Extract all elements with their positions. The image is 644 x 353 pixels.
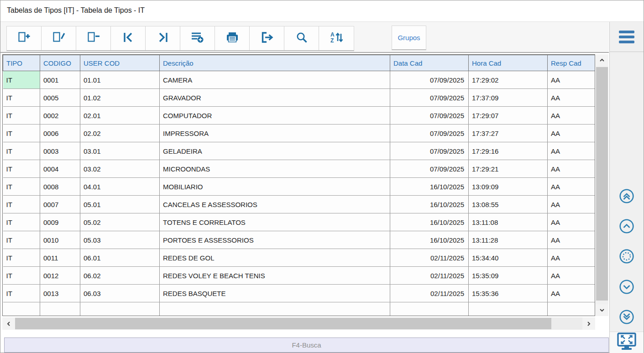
- table-cell[interactable]: CAMERA: [160, 71, 390, 89]
- table-cell[interactable]: 0011: [40, 249, 80, 267]
- table-cell[interactable]: 03.01: [80, 142, 160, 160]
- table-cell[interactable]: AA: [548, 196, 596, 213]
- sort-button[interactable]: AZ: [319, 26, 354, 50]
- table-row[interactable]: IT001005.03PORTOES E ASSESSORIOS16/10/20…: [3, 231, 596, 249]
- grupos-button[interactable]: Grupos: [392, 26, 426, 50]
- table-cell[interactable]: MICROONDAS: [160, 160, 390, 178]
- table-row[interactable]: IT000202.01COMPUTADOR07/09/202517:29:07A…: [3, 107, 596, 125]
- table-cell[interactable]: 04.01: [80, 178, 160, 196]
- table-cell[interactable]: 02/11/2025: [390, 285, 469, 302]
- table-cell[interactable]: IT: [3, 125, 40, 142]
- table-cell[interactable]: 15:34:40: [469, 249, 548, 267]
- table-cell[interactable]: MOBILIARIO: [160, 178, 390, 196]
- table-cell[interactable]: 06.01: [80, 249, 160, 267]
- table-cell[interactable]: REDES DE GOL: [160, 249, 390, 267]
- delete-record-button[interactable]: [76, 26, 111, 50]
- table-cell[interactable]: AA: [548, 71, 596, 89]
- table-cell[interactable]: 0002: [40, 107, 80, 125]
- table-cell[interactable]: IT: [3, 249, 40, 267]
- table-row[interactable]: IT000303.01GELADEIRA07/09/202517:29:16AA: [3, 142, 596, 160]
- table-row[interactable]: IT000804.01MOBILIARIO16/10/202513:09:09A…: [3, 178, 596, 196]
- table-cell[interactable]: 17:37:09: [469, 89, 548, 107]
- table-cell[interactable]: AA: [548, 213, 596, 231]
- add-to-list-button[interactable]: [180, 26, 215, 50]
- table-cell[interactable]: 0008: [40, 178, 80, 196]
- column-header-hora-cad[interactable]: Hora Cad: [469, 55, 548, 71]
- table-cell[interactable]: PORTOES E ASSESSORIOS: [160, 231, 390, 249]
- table-cell[interactable]: 07/09/2025: [390, 125, 469, 142]
- current-position-button[interactable]: [616, 246, 638, 268]
- table-cell[interactable]: 0001: [40, 71, 80, 89]
- table-cell[interactable]: IT: [3, 231, 40, 249]
- table-cell[interactable]: 0005: [40, 89, 80, 107]
- column-header-resp-cad[interactable]: Resp Cad: [548, 55, 596, 71]
- edit-record-button[interactable]: [42, 26, 76, 50]
- scroll-down-button[interactable]: [616, 277, 638, 299]
- table-cell[interactable]: 17:37:27: [469, 125, 548, 142]
- table-cell[interactable]: 0003: [40, 142, 80, 160]
- table-cell[interactable]: CANCELAS E ASSESSORIOS: [160, 196, 390, 213]
- table-cell[interactable]: AA: [548, 107, 596, 125]
- table-cell[interactable]: 06.03: [80, 285, 160, 302]
- table-cell[interactable]: AA: [548, 142, 596, 160]
- table-row[interactable]: IT000905.02TOTENS E CORRELATOS16/10/2025…: [3, 213, 596, 231]
- vertical-scrollbar[interactable]: [596, 54, 608, 316]
- table-cell[interactable]: 07/09/2025: [390, 160, 469, 178]
- table-cell[interactable]: AA: [548, 285, 596, 302]
- table-cell[interactable]: 0004: [40, 160, 80, 178]
- table-cell[interactable]: 07/09/2025: [390, 89, 469, 107]
- column-header-codigo[interactable]: CODIGO: [40, 55, 80, 71]
- search-button[interactable]: [284, 26, 319, 50]
- horizontal-scrollbar[interactable]: [2, 317, 595, 330]
- exit-button[interactable]: [250, 26, 284, 50]
- table-cell[interactable]: IT: [3, 107, 40, 125]
- table-cell[interactable]: 15:35:36: [469, 285, 548, 302]
- table-cell[interactable]: 05.01: [80, 196, 160, 213]
- horizontal-scrollbar-thumb[interactable]: [15, 318, 551, 329]
- scrollbar-up-arrow[interactable]: [596, 54, 608, 66]
- table-cell[interactable]: 0013: [40, 285, 80, 302]
- table-cell[interactable]: 02/11/2025: [390, 249, 469, 267]
- table-cell[interactable]: AA: [548, 267, 596, 285]
- table-cell[interactable]: AA: [548, 125, 596, 142]
- table-cell[interactable]: 17:29:07: [469, 107, 548, 125]
- table-cell[interactable]: COMPUTADOR: [160, 107, 390, 125]
- table-cell[interactable]: 13:11:08: [469, 213, 548, 231]
- table-cell[interactable]: 02.02: [80, 125, 160, 142]
- table-cell[interactable]: 01.02: [80, 89, 160, 107]
- table-cell[interactable]: IT: [3, 178, 40, 196]
- last-record-button[interactable]: [146, 26, 180, 50]
- table-cell[interactable]: IT: [3, 196, 40, 213]
- scrollbar-left-arrow[interactable]: [2, 317, 15, 330]
- scroll-bottom-button[interactable]: [616, 307, 638, 329]
- table-cell[interactable]: 17:29:16: [469, 142, 548, 160]
- selected-cell[interactable]: IT: [3, 71, 40, 89]
- table-cell[interactable]: 15:35:09: [469, 267, 548, 285]
- table-cell[interactable]: TOTENS E CORRELATOS: [160, 213, 390, 231]
- table-cell[interactable]: AA: [548, 249, 596, 267]
- scrollbar-right-arrow[interactable]: [582, 317, 595, 330]
- column-header-data-cad[interactable]: Data Cad: [390, 55, 469, 71]
- column-header-user-cod[interactable]: USER COD: [80, 55, 160, 71]
- table-row[interactable]: IT000403.02MICROONDAS07/09/202517:29:21A…: [3, 160, 596, 178]
- table-cell[interactable]: 0012: [40, 267, 80, 285]
- table-row[interactable]: IT001206.02REDES VOLEY E BEACH TENIS02/1…: [3, 267, 596, 285]
- table-cell[interactable]: IT: [3, 89, 40, 107]
- table-cell[interactable]: 13:11:28: [469, 231, 548, 249]
- first-record-button[interactable]: [111, 26, 146, 50]
- table-cell[interactable]: 07/09/2025: [390, 107, 469, 125]
- table-cell[interactable]: IT: [3, 142, 40, 160]
- table-cell[interactable]: GRAVADOR: [160, 89, 390, 107]
- table-cell[interactable]: REDES BASQUETE: [160, 285, 390, 302]
- table-cell[interactable]: 16/10/2025: [390, 213, 469, 231]
- table-cell[interactable]: 07/09/2025: [390, 142, 469, 160]
- new-record-button[interactable]: [7, 26, 42, 50]
- table-cell[interactable]: 16/10/2025: [390, 178, 469, 196]
- table-cell[interactable]: AA: [548, 178, 596, 196]
- vertical-scrollbar-thumb[interactable]: [596, 67, 608, 301]
- table-cell[interactable]: IT: [3, 285, 40, 302]
- table-cell[interactable]: IT: [3, 213, 40, 231]
- table-cell[interactable]: 03.02: [80, 160, 160, 178]
- table-row[interactable]: IT000602.02IMPRESSORA07/09/202517:37:27A…: [3, 125, 596, 142]
- column-header-descrição[interactable]: Descrição: [160, 55, 390, 71]
